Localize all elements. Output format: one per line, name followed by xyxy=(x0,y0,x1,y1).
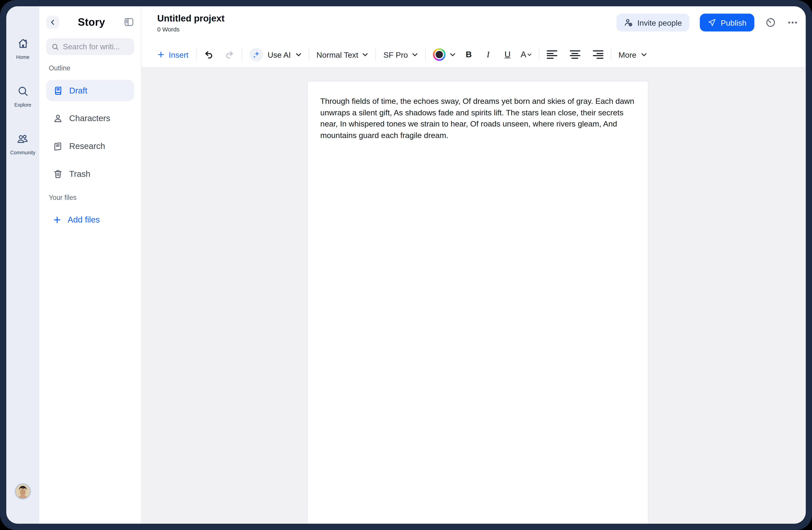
sidebar: Story Outline Draft Characters Research xyxy=(39,6,142,524)
redo-icon xyxy=(224,50,234,59)
sidebar-item-draft[interactable]: Draft xyxy=(46,80,134,101)
text-color-letter: A xyxy=(521,50,526,59)
user-avatar[interactable] xyxy=(15,483,31,500)
use-ai-label: Use AI xyxy=(267,50,291,59)
undo-button[interactable] xyxy=(204,50,214,59)
window-frame: Home Explore Community Story xyxy=(0,0,812,530)
add-files-label: Add files xyxy=(68,215,100,224)
toggle-sidebar-button[interactable] xyxy=(124,17,134,27)
font-dropdown[interactable]: SF Pro xyxy=(383,50,418,59)
toolbar-divider xyxy=(308,48,309,61)
sparkles-icon xyxy=(249,48,263,61)
toolbar-divider xyxy=(242,48,242,61)
toolbar-divider xyxy=(196,48,197,61)
invite-people-button[interactable]: Invite people xyxy=(616,14,689,32)
font-value: SF Pro xyxy=(383,50,408,59)
ellipsis-icon xyxy=(787,17,798,28)
chevron-down-icon xyxy=(412,53,418,56)
rail-label-community: Community xyxy=(10,150,35,155)
chevron-down-icon xyxy=(295,53,301,56)
community-people-icon xyxy=(17,133,29,147)
bold-button[interactable]: B xyxy=(463,50,475,59)
align-center-button[interactable] xyxy=(570,50,580,59)
sidebar-header: Story xyxy=(46,15,134,29)
chevron-down-icon xyxy=(527,53,532,56)
history-timer-button[interactable] xyxy=(765,17,777,28)
document-text[interactable]: Through fields of time, the echoes sway,… xyxy=(320,96,635,141)
sidebar-item-label: Research xyxy=(69,141,105,151)
rail-label-explore: Explore xyxy=(14,102,31,108)
chevron-down-icon xyxy=(641,53,647,56)
header-actions: Invite people Publish xyxy=(616,14,798,32)
add-files-button[interactable]: Add files xyxy=(46,215,134,224)
screen: Home Explore Community Story xyxy=(0,0,812,530)
more-dropdown[interactable]: More xyxy=(619,50,647,59)
text-style-dropdown[interactable]: Normal Text xyxy=(317,50,368,59)
word-count: 0 Words xyxy=(157,26,225,33)
plus-icon xyxy=(53,215,61,224)
rail-label-home: Home xyxy=(16,54,29,60)
chevron-left-icon xyxy=(49,19,56,26)
search-input[interactable] xyxy=(63,43,129,51)
sidebar-search[interactable] xyxy=(46,38,134,55)
insert-label: Insert xyxy=(169,50,189,59)
rail-item-community[interactable]: Community xyxy=(10,133,35,155)
color-picker-button[interactable] xyxy=(433,48,455,61)
panel-layout-icon xyxy=(124,17,134,27)
redo-button[interactable] xyxy=(224,50,234,59)
rail-item-explore[interactable]: Explore xyxy=(14,85,31,108)
document-header: Untitled projext 0 Words Invite people P… xyxy=(142,6,806,68)
toolbar-divider xyxy=(376,48,376,61)
outline-section-label: Outline xyxy=(49,64,132,72)
sidebar-item-label: Characters xyxy=(69,114,110,123)
rail-item-home[interactable]: Home xyxy=(16,38,29,60)
back-button[interactable] xyxy=(46,15,59,29)
title-block: Untitled projext 0 Words xyxy=(157,13,225,33)
book-icon xyxy=(53,85,63,96)
insert-button[interactable]: Insert xyxy=(157,50,189,59)
more-label: More xyxy=(619,50,636,59)
sidebar-item-trash[interactable]: Trash xyxy=(46,163,134,185)
editor-canvas: Through fields of time, the echoes sway,… xyxy=(142,68,806,524)
document-title[interactable]: Untitled projext xyxy=(157,13,225,24)
trash-icon xyxy=(53,169,63,179)
invite-people-label: Invite people xyxy=(637,18,682,27)
person-add-icon xyxy=(624,18,633,27)
align-right-button[interactable] xyxy=(593,50,604,59)
nav-rail: Home Explore Community xyxy=(6,6,39,524)
your-files-section-label: Your files xyxy=(49,194,132,202)
italic-button[interactable]: I xyxy=(482,50,494,59)
color-wheel-icon xyxy=(433,48,446,61)
toolbar-divider xyxy=(425,48,426,61)
main-area: Untitled projext 0 Words Invite people P… xyxy=(142,6,806,524)
underline-button[interactable]: U xyxy=(501,50,514,59)
plus-icon xyxy=(157,51,165,58)
sidebar-title: Story xyxy=(59,16,124,28)
text-color-button[interactable]: A xyxy=(521,50,532,59)
document-page[interactable]: Through fields of time, the echoes sway,… xyxy=(307,81,649,524)
formatting-toolbar: Insert Use AI xyxy=(157,46,647,63)
sidebar-item-characters[interactable]: Characters xyxy=(46,108,134,129)
more-options-button[interactable] xyxy=(787,17,798,28)
explore-search-icon xyxy=(17,85,29,99)
home-icon xyxy=(17,38,29,52)
send-icon xyxy=(708,18,716,27)
search-icon xyxy=(52,43,59,51)
undo-icon xyxy=(204,50,214,59)
chevron-down-icon xyxy=(450,53,455,56)
use-ai-button[interactable]: Use AI xyxy=(249,48,301,61)
sidebar-item-label: Trash xyxy=(69,169,90,179)
publish-label: Publish xyxy=(721,18,746,27)
publish-button[interactable]: Publish xyxy=(700,14,754,32)
align-left-button[interactable] xyxy=(547,50,557,59)
sidebar-item-research[interactable]: Research xyxy=(46,136,134,157)
notebook-icon xyxy=(53,141,63,151)
toolbar-divider xyxy=(611,48,611,61)
person-icon xyxy=(53,113,63,123)
sidebar-item-label: Draft xyxy=(69,86,87,95)
chevron-down-icon xyxy=(362,53,368,56)
timer-icon xyxy=(765,17,777,28)
outline-items: Draft Characters Research Trash xyxy=(46,80,134,185)
toolbar-divider xyxy=(539,48,539,61)
text-style-value: Normal Text xyxy=(317,50,358,59)
